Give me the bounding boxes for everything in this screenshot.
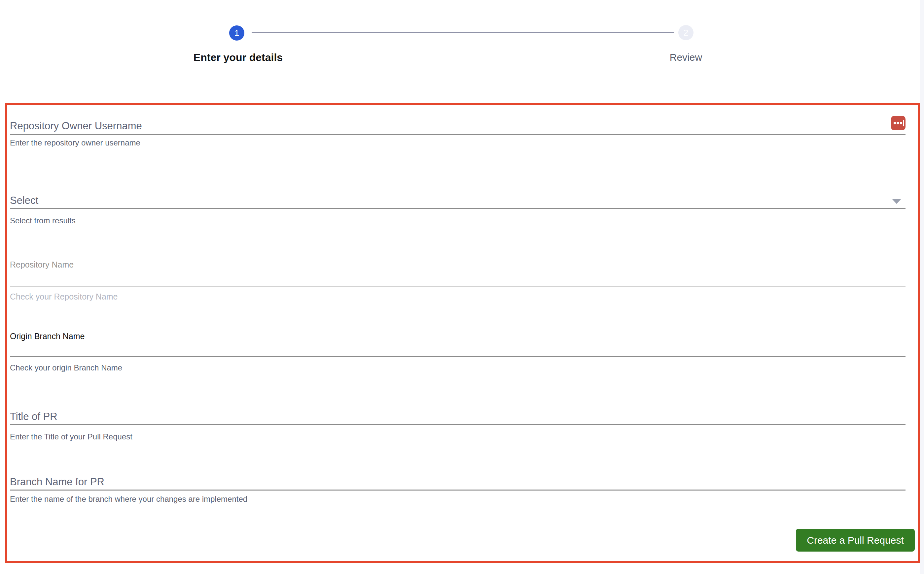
pull-request-form-panel: Enter the repository owner username Sele… [5, 103, 920, 563]
lastpass-autofill-icon[interactable] [891, 116, 905, 130]
pr-title-helper: Enter the Title of your Pull Request [10, 432, 905, 442]
repository-name-input[interactable] [10, 270, 905, 287]
repository-select-placeholder: Select [10, 195, 38, 207]
repository-owner-input[interactable] [10, 118, 905, 135]
repository-owner-field: Enter the repository owner username [10, 118, 905, 147]
step-2-label: Review [587, 52, 785, 63]
step-2-number: 2 [684, 28, 688, 38]
pr-title-field: Enter the Title of your Pull Request [10, 409, 905, 442]
origin-branch-input[interactable] [10, 341, 905, 357]
repository-name-field: Repository Name Check your Repository Na… [10, 260, 905, 301]
repository-select-helper: Select from results [10, 216, 905, 226]
create-pull-request-button[interactable]: Create a Pull Request [796, 529, 915, 552]
lastpass-icon-glyph [891, 116, 905, 130]
step-1-label: Enter your details [139, 52, 337, 64]
repository-select-field: Select Select from results [10, 192, 905, 226]
repository-name-helper: Check your Repository Name [10, 292, 905, 301]
origin-branch-label: Origin Branch Name [10, 331, 905, 341]
repository-select-dropdown[interactable]: Select [10, 192, 905, 209]
origin-branch-field: Origin Branch Name Check your origin Bra… [10, 331, 905, 372]
step-1-circle[interactable]: 1 [229, 25, 244, 41]
chevron-down-icon[interactable] [892, 199, 901, 204]
pr-branch-input[interactable] [10, 475, 905, 490]
page-edge-strip [920, 0, 924, 574]
step-1-number: 1 [234, 28, 239, 38]
stepper-connector-line [252, 32, 674, 33]
repository-owner-helper: Enter the repository owner username [10, 138, 905, 147]
pr-branch-field: Enter the name of the branch where your … [10, 475, 905, 504]
repository-name-label: Repository Name [10, 260, 905, 270]
pr-title-input[interactable] [10, 409, 905, 425]
origin-branch-helper: Check your origin Branch Name [10, 363, 905, 372]
step-2-circle[interactable]: 2 [678, 25, 693, 40]
pr-branch-helper: Enter the name of the branch where your … [10, 495, 905, 504]
